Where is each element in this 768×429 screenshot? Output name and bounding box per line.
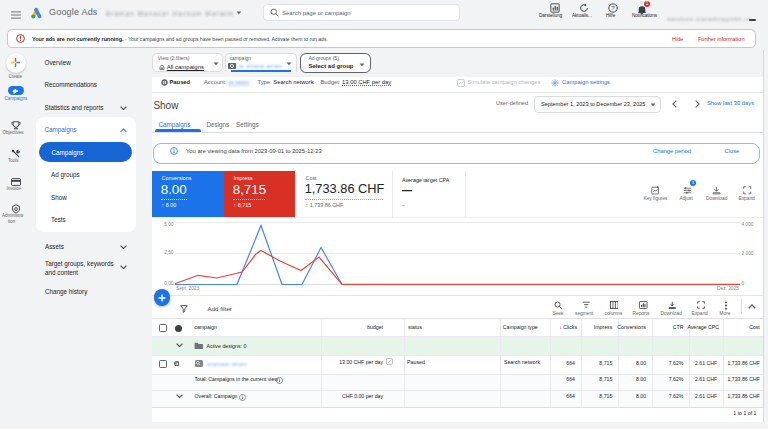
svg-text:?: ? (611, 4, 615, 11)
